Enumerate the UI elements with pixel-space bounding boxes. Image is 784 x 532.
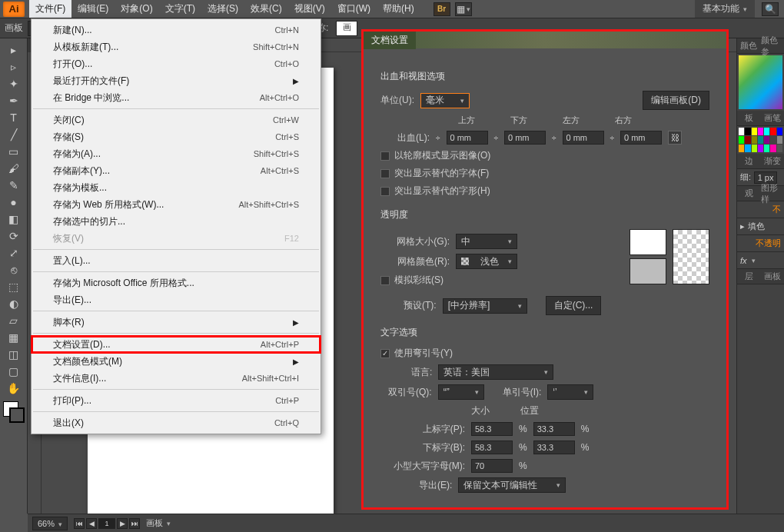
tab-panel[interactable]: 板 bbox=[737, 111, 761, 125]
chk-curly-quotes[interactable]: 使用弯引号(Y) bbox=[380, 347, 709, 360]
menu-select[interactable]: 选择(S) bbox=[201, 0, 244, 18]
file-menu-item[interactable]: 存储副本(Y)...Alt+Ctrl+S bbox=[32, 162, 321, 179]
bleed-right[interactable] bbox=[620, 131, 662, 145]
tab-appearance[interactable]: 观 bbox=[737, 186, 761, 201]
file-menu-item[interactable]: 在 Bridge 中浏览...Alt+Ctrl+O bbox=[32, 89, 321, 106]
tool-line[interactable]: ╱ bbox=[5, 126, 23, 143]
preset-select[interactable]: [中分辨率]▾ bbox=[443, 298, 527, 314]
color-spectrum[interactable] bbox=[739, 55, 782, 109]
grid-color-select[interactable]: 浅色▾ bbox=[456, 254, 517, 269]
smallcaps-value[interactable] bbox=[471, 459, 513, 473]
superscript-pos[interactable] bbox=[533, 422, 575, 436]
file-menu-item[interactable]: 关闭(C)Ctrl+W bbox=[32, 111, 321, 128]
tool-wand[interactable]: ✦ bbox=[5, 75, 23, 92]
menu-object[interactable]: 对象(O) bbox=[115, 0, 158, 18]
opacity-row[interactable]: 不透明 bbox=[737, 235, 784, 252]
tool-gradient[interactable]: ◫ bbox=[5, 346, 23, 363]
tool-scale[interactable]: ⤢ bbox=[5, 244, 23, 261]
file-menu-item[interactable]: 存储为 Web 所用格式(W)...Alt+Shift+Ctrl+S bbox=[32, 196, 321, 213]
menu-window[interactable]: 窗口(W) bbox=[331, 0, 377, 18]
search-icon[interactable]: 🔍 bbox=[762, 2, 779, 16]
tool-width[interactable]: ⎋ bbox=[5, 261, 23, 278]
chk-outline[interactable]: 以轮廓模式显示图像(O) bbox=[380, 149, 709, 162]
file-menu-item[interactable]: 存储为 Microsoft Office 所用格式... bbox=[32, 274, 321, 291]
tab-stroke[interactable]: 边 bbox=[737, 154, 761, 168]
single-quote-select[interactable]: ‘’▾ bbox=[547, 384, 593, 400]
tool-pen[interactable]: ✒ bbox=[5, 92, 23, 109]
tool-blob[interactable]: ● bbox=[5, 194, 23, 211]
tab-color[interactable]: 颜色 bbox=[737, 38, 761, 53]
tool-free[interactable]: ⬚ bbox=[5, 278, 23, 295]
menu-edit[interactable]: 编辑(E) bbox=[71, 0, 115, 18]
file-menu-item[interactable]: 脚本(R)▶ bbox=[32, 314, 321, 331]
artboard-next[interactable]: ▶ bbox=[117, 518, 128, 529]
fx-row[interactable]: fx▾ bbox=[737, 252, 784, 269]
menu-type[interactable]: 文字(T) bbox=[159, 0, 201, 18]
tool-pencil[interactable]: ✎ bbox=[5, 177, 23, 194]
fill-row[interactable]: ▸ 填色 bbox=[737, 218, 784, 235]
file-menu-item[interactable]: 打印(P)...Ctrl+P bbox=[32, 392, 321, 409]
menu-view[interactable]: 视图(V) bbox=[288, 0, 331, 18]
workspace-switcher[interactable]: 基本功能 ▾ bbox=[695, 0, 755, 18]
artboard-number[interactable]: 1 bbox=[98, 518, 115, 529]
tool-direct[interactable]: ▹ bbox=[5, 58, 23, 75]
file-menu-item[interactable]: 存储选中的切片... bbox=[32, 213, 321, 230]
tool-mesh[interactable]: ▦ bbox=[5, 329, 23, 346]
tab-layers[interactable]: 层 bbox=[737, 269, 761, 284]
tool-selection[interactable]: ▸ bbox=[5, 42, 23, 58]
menu-effect[interactable]: 效果(C) bbox=[244, 0, 288, 18]
bleed-top[interactable] bbox=[447, 131, 488, 145]
file-menu-item[interactable]: 存储为模板... bbox=[32, 179, 321, 196]
file-menu-item[interactable]: 最近打开的文件(F)▶ bbox=[32, 72, 321, 89]
grid-size-select[interactable]: 中▾ bbox=[456, 234, 517, 249]
menu-file[interactable]: 文件(F) bbox=[29, 0, 71, 18]
subscript-size[interactable] bbox=[471, 441, 513, 454]
fill-stroke-swatch[interactable] bbox=[3, 401, 25, 423]
tab-colorguide[interactable]: 颜色参 bbox=[761, 38, 785, 53]
file-menu-item[interactable]: 打开(O)...Ctrl+O bbox=[32, 55, 321, 72]
tool-eraser[interactable]: ◧ bbox=[5, 211, 23, 228]
tab-graphic-styles[interactable]: 图形样 bbox=[761, 186, 785, 201]
bleed-link-icon[interactable]: ⛓ bbox=[668, 131, 682, 145]
file-menu-item[interactable]: 文件信息(I)...Alt+Shift+Ctrl+I bbox=[32, 370, 321, 387]
bridge-icon[interactable]: Br bbox=[434, 2, 450, 16]
zoom-field[interactable]: 66% ▾ bbox=[32, 517, 68, 530]
swatch-grid[interactable] bbox=[737, 126, 784, 154]
tab-artboards[interactable]: 画板 bbox=[761, 269, 785, 284]
artboard-first[interactable]: ⏮ bbox=[74, 518, 85, 529]
menu-help[interactable]: 帮助(H) bbox=[377, 0, 420, 18]
tool-brush[interactable]: 🖌 bbox=[5, 160, 23, 177]
tool-shapebuilder[interactable]: ◐ bbox=[5, 295, 23, 312]
artboard-prev[interactable]: ◀ bbox=[86, 518, 97, 529]
tool-rect[interactable]: ▭ bbox=[5, 143, 23, 160]
file-menu-item[interactable]: 退出(X)Ctrl+Q bbox=[32, 414, 321, 431]
tool-type[interactable]: T bbox=[5, 109, 23, 126]
edit-artboards-button[interactable]: 编辑画板(D) bbox=[643, 91, 709, 110]
chk-sub-fonts[interactable]: 突出显示替代的字体(F) bbox=[380, 167, 709, 180]
export-select[interactable]: 保留文本可编辑性▾ bbox=[458, 477, 566, 493]
tab-gradient[interactable]: 渐变 bbox=[761, 154, 785, 168]
file-menu-item[interactable]: 置入(L)... bbox=[32, 252, 321, 269]
file-menu-item[interactable]: 文档设置(D)...Alt+Ctrl+P bbox=[32, 336, 321, 353]
tab-brush[interactable]: 画笔 bbox=[761, 111, 785, 125]
language-select[interactable]: 英语：美国▾ bbox=[438, 364, 553, 380]
tool-rotate[interactable]: ⟳ bbox=[5, 228, 23, 244]
bleed-bottom[interactable] bbox=[504, 131, 546, 145]
artboard-last[interactable]: ⏭ bbox=[129, 518, 140, 529]
bleed-left[interactable] bbox=[563, 131, 604, 145]
unit-select[interactable]: 毫米▾ bbox=[420, 93, 470, 108]
dialog-titlebar[interactable]: 文档设置 bbox=[364, 32, 726, 48]
chk-sim-paper[interactable]: 模拟彩纸(S) bbox=[380, 274, 616, 287]
artboard-nav-label[interactable]: 画板 ▾ bbox=[146, 517, 171, 529]
superscript-size[interactable] bbox=[471, 422, 513, 436]
subscript-pos[interactable] bbox=[533, 441, 575, 454]
tool-perspective[interactable]: ▱ bbox=[5, 312, 23, 329]
chk-sub-glyphs[interactable]: 突出显示替代的字形(H) bbox=[380, 185, 709, 198]
file-menu-item[interactable]: 文档颜色模式(M)▶ bbox=[32, 353, 321, 370]
tool-hand[interactable]: ✋ bbox=[5, 380, 23, 397]
tool-artboard[interactable]: ▢ bbox=[5, 363, 23, 380]
file-menu-item[interactable]: 导出(E)... bbox=[32, 291, 321, 308]
file-menu-item[interactable]: 存储为(A)...Shift+Ctrl+S bbox=[32, 145, 321, 162]
file-menu-item[interactable]: 存储(S)Ctrl+S bbox=[32, 128, 321, 145]
layout-icon[interactable]: ▦▾ bbox=[455, 2, 472, 16]
